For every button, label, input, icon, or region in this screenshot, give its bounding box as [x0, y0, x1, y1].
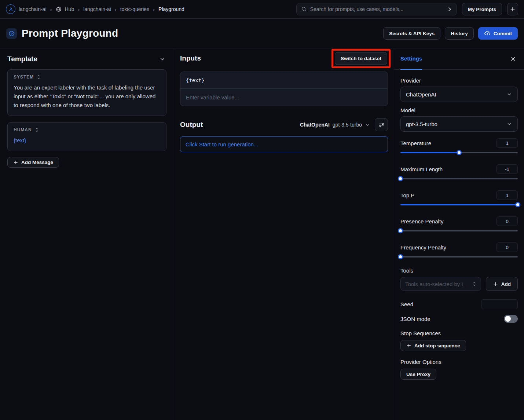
human-role-selector[interactable]: HUMAN: [14, 127, 160, 132]
system-role-label: SYSTEM: [14, 74, 34, 80]
json-mode-toggle[interactable]: [504, 315, 518, 323]
topbar-actions: My Prompts: [296, 3, 518, 15]
presence-penalty-slider[interactable]: [400, 228, 518, 233]
search-input[interactable]: [310, 6, 444, 12]
output-placeholder-box[interactable]: Click Start to run generation...: [180, 136, 388, 152]
search-bar[interactable]: [296, 3, 457, 15]
output-model-group: ChatOpenAI gpt-3.5-turbo: [300, 118, 388, 131]
top-p-slider[interactable]: [400, 202, 518, 207]
page-title-group: Prompt Playground: [6, 28, 118, 39]
submit-chevron-icon[interactable]: [447, 7, 452, 12]
sliders-icon: [378, 121, 385, 128]
chevron-right-icon: ›: [153, 6, 155, 12]
breadcrumb-hub[interactable]: Hub: [65, 6, 74, 12]
add-new-button[interactable]: [507, 3, 518, 15]
human-role-label: HUMAN: [14, 127, 32, 132]
human-message-card[interactable]: HUMAN {text}: [7, 122, 166, 151]
switch-to-dataset-button[interactable]: Switch to dataset: [335, 52, 387, 65]
temperature-label: Temperature: [400, 140, 431, 146]
chevron-right-icon: ›: [77, 6, 80, 12]
chevron-down-icon: [506, 91, 512, 97]
playground-badge: [6, 28, 17, 39]
provider-value: ChatOpenAI: [406, 91, 436, 98]
tab-settings[interactable]: Settings: [400, 48, 422, 70]
add-stop-sequence-label: Add stop sequence: [414, 343, 460, 348]
add-tool-label: Add: [501, 281, 511, 287]
top-p-value[interactable]: 1: [496, 190, 518, 200]
main-content: Template SYSTEM You are an expert labele…: [0, 48, 524, 420]
maximum-length-setting: Maximum Length -1: [400, 164, 518, 181]
slider-thumb[interactable]: [457, 150, 462, 155]
seed-label: Seed: [400, 301, 413, 307]
top-p-label: Top P: [400, 192, 414, 198]
variable-value-input[interactable]: [182, 94, 386, 101]
system-role-selector[interactable]: SYSTEM: [14, 74, 160, 80]
slider-thumb[interactable]: [515, 202, 520, 207]
temperature-value[interactable]: 1: [496, 138, 518, 148]
slider-thumb[interactable]: [398, 254, 403, 259]
slider-track: [400, 178, 518, 179]
json-mode-label: JSON mode: [400, 316, 430, 322]
frequency-penalty-value[interactable]: 0: [496, 242, 518, 252]
add-message-button[interactable]: Add Message: [7, 157, 59, 168]
json-mode-row: JSON mode: [400, 315, 518, 323]
maximum-length-slider[interactable]: [400, 176, 518, 181]
plus-icon: [13, 160, 18, 165]
search-icon: [301, 6, 307, 12]
chevron-down-icon: [365, 122, 370, 128]
close-icon: [510, 56, 516, 62]
history-button[interactable]: History: [445, 27, 474, 40]
chevron-right-icon: ›: [114, 6, 117, 12]
page-header-actions: Secrets & API Keys History Commit: [383, 27, 518, 40]
model-settings-button[interactable]: [375, 118, 388, 131]
secrets-api-keys-button[interactable]: Secrets & API Keys: [383, 27, 440, 40]
frequency-penalty-slider[interactable]: [400, 254, 518, 259]
slider-thumb[interactable]: [398, 176, 403, 181]
model-selector[interactable]: ChatOpenAI gpt-3.5-turbo: [300, 122, 370, 128]
my-prompts-button[interactable]: My Prompts: [462, 3, 502, 15]
stop-sequences-label: Stop Sequences: [400, 330, 518, 336]
breadcrumb-current-page: Playground: [158, 6, 184, 12]
inputs-title: Inputs: [180, 48, 201, 62]
breadcrumb: langchain-ai › Hub › langchain-ai › toxi…: [6, 4, 184, 14]
user-avatar[interactable]: [6, 4, 15, 14]
plus-icon: [493, 281, 498, 287]
maximum-length-value[interactable]: -1: [496, 164, 518, 174]
add-message-label: Add Message: [21, 160, 53, 165]
tools-select[interactable]: Tools auto-selected by L: [400, 277, 481, 291]
settings-body: Provider ChatOpenAI Model gpt-3.5-turbo …: [394, 70, 524, 380]
commit-button[interactable]: Commit: [478, 27, 518, 40]
provider-label: Provider: [400, 77, 421, 84]
breadcrumb-org[interactable]: langchain-ai: [19, 6, 47, 12]
close-settings-button[interactable]: [509, 54, 518, 63]
sort-arrows-icon: [37, 74, 41, 80]
seed-row: Seed: [400, 299, 518, 309]
human-message-text[interactable]: {text}: [14, 136, 160, 145]
model-provider-label: ChatOpenAI: [300, 122, 330, 128]
sort-arrows-icon: [472, 281, 476, 286]
frequency-penalty-setting: Frequency Penalty 0: [400, 242, 518, 259]
use-proxy-button[interactable]: Use Proxy: [400, 369, 436, 380]
provider-select[interactable]: ChatOpenAI: [400, 87, 518, 102]
chevron-down-icon[interactable]: [159, 56, 166, 62]
model-value: gpt-3.5-turbo: [406, 121, 437, 127]
slider-fill: [400, 152, 459, 153]
breadcrumb-repo[interactable]: toxic-queries: [120, 6, 149, 12]
chevron-down-icon: [506, 121, 512, 127]
add-stop-sequence-button[interactable]: Add stop sequence: [400, 340, 466, 351]
breadcrumb-owner[interactable]: langchain-ai: [83, 6, 111, 12]
model-select[interactable]: gpt-3.5-turbo: [400, 116, 518, 132]
commit-label: Commit: [494, 31, 512, 36]
frequency-penalty-label: Frequency Penalty: [400, 244, 446, 251]
seed-input[interactable]: [481, 299, 518, 309]
temperature-slider[interactable]: [400, 150, 518, 155]
slider-thumb[interactable]: [398, 228, 403, 233]
toggle-knob: [505, 316, 511, 322]
system-message-text[interactable]: You are an expert labeler with the task …: [14, 83, 160, 110]
add-tool-button[interactable]: Add: [486, 277, 518, 291]
presence-penalty-value[interactable]: 0: [496, 216, 518, 226]
presence-penalty-label: Presence Penalty: [400, 218, 444, 224]
page-title: Prompt Playground: [22, 28, 118, 39]
variable-value-row[interactable]: [180, 89, 388, 106]
system-message-card[interactable]: SYSTEM You are an expert labeler with th…: [7, 69, 166, 116]
